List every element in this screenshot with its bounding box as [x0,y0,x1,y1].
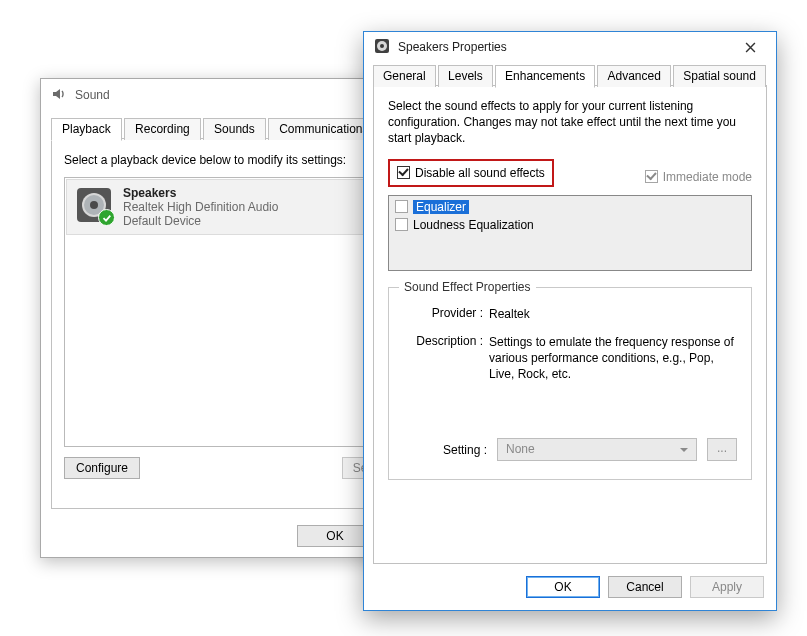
tab-general[interactable]: General [373,65,436,87]
configure-button[interactable]: Configure [64,457,140,479]
properties-tabstrip: General Levels Enhancements Advanced Spa… [373,64,767,86]
properties-window: Speakers Properties General Levels Enhan… [363,31,777,611]
description-value: Settings to emulate the frequency respon… [489,334,737,383]
effect-equalizer-checkbox[interactable] [395,200,408,213]
setting-label: Setting : [403,443,487,457]
device-icon [75,186,113,224]
svg-point-6 [380,44,384,48]
device-status: Default Device [123,214,278,228]
tab-recording[interactable]: Recording [124,118,201,140]
effect-loudness-label: Loudness Equalization [413,218,534,232]
properties-title: Speakers Properties [398,40,507,54]
provider-label: Provider : [403,306,489,322]
sound-title: Sound [75,88,110,102]
description-label: Description : [403,334,489,383]
effect-equalizer[interactable]: Equalizer [395,198,745,216]
tab-advanced[interactable]: Advanced [597,65,670,87]
group-legend: Sound Effect Properties [399,280,536,294]
tab-spatial-sound[interactable]: Spatial sound [673,65,766,87]
close-icon [745,42,756,53]
disable-all-label: Disable all sound effects [415,166,545,180]
enhancements-top-row: Disable all sound effects Immediate mode [388,159,752,195]
effect-loudness-checkbox[interactable] [395,218,408,231]
effect-equalizer-label: Equalizer [413,200,469,214]
effect-loudness[interactable]: Loudness Equalization [395,216,745,234]
speaker-icon [374,38,390,57]
immediate-mode-checkbox[interactable] [645,170,658,183]
provider-value: Realtek [489,306,737,322]
immediate-mode-row: Immediate mode [645,170,752,184]
properties-apply-button[interactable]: Apply [690,576,764,598]
device-name: Speakers [123,186,278,200]
properties-titlebar: Speakers Properties [364,32,776,62]
device-text: Speakers Realtek High Definition Audio D… [123,186,278,228]
sound-ok-button[interactable]: OK [297,525,373,547]
properties-body: Select the sound effects to apply for yo… [373,86,767,564]
properties-ok-button[interactable]: OK [526,576,600,598]
properties-cancel-button[interactable]: Cancel [608,576,682,598]
tab-sounds[interactable]: Sounds [203,118,266,140]
setting-combobox[interactable]: None [497,438,697,461]
enhancements-intro: Select the sound effects to apply for yo… [388,98,752,147]
immediate-mode-label: Immediate mode [663,170,752,184]
disable-all-checkbox[interactable] [397,166,410,179]
svg-point-3 [90,201,98,209]
speaker-icon [51,86,67,105]
tab-playback[interactable]: Playback [51,118,122,141]
disable-all-highlight: Disable all sound effects [388,159,554,187]
sound-effect-properties-group: Sound Effect Properties Provider : Realt… [388,287,752,481]
tab-enhancements[interactable]: Enhancements [495,65,595,88]
setting-more-button[interactable]: ... [707,438,737,461]
effects-list[interactable]: Equalizer Loudness Equalization [388,195,752,271]
properties-footer: OK Cancel Apply [526,576,764,598]
close-button[interactable] [732,35,768,59]
device-sub: Realtek High Definition Audio [123,200,278,214]
tab-levels[interactable]: Levels [438,65,493,87]
setting-row: Setting : None ... [403,438,737,461]
default-check-icon [98,209,115,226]
